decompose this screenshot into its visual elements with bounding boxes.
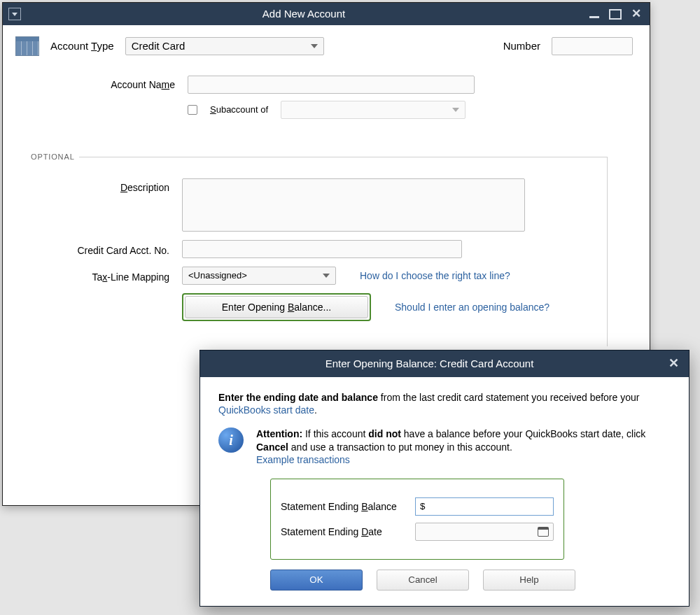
dialog-close-button[interactable]: ✕	[659, 355, 689, 372]
opening-balance-help-link[interactable]: Should I enter an opening balance?	[395, 301, 550, 313]
number-field[interactable]	[552, 37, 633, 55]
account-name-field[interactable]	[188, 76, 475, 94]
account-name-label: Account Name	[42, 78, 175, 91]
account-type-label: Account Type	[50, 39, 114, 53]
info-icon: i	[218, 427, 244, 453]
intro-rest: from the last credit card statement you …	[378, 392, 640, 403]
statement-balance-field[interactable]	[415, 497, 554, 516]
description-field[interactable]	[182, 178, 525, 232]
account-type-combo[interactable]: Credit Card	[125, 37, 324, 55]
example-transactions-link[interactable]: Example transactions	[256, 454, 350, 465]
account-type-value: Credit Card	[132, 39, 186, 53]
account-icon	[15, 36, 39, 56]
description-label: Description	[46, 178, 169, 194]
optional-group: OPTIONAL Description Credit Card Acct. N…	[31, 157, 608, 346]
maximize-button[interactable]	[609, 9, 622, 20]
number-label: Number	[503, 39, 540, 53]
calendar-icon[interactable]	[538, 527, 549, 537]
chevron-down-icon	[323, 274, 330, 278]
dialog-intro: Enter the ending date and balance from t…	[218, 391, 671, 416]
tax-line-help-link[interactable]: How do I choose the right tax line?	[360, 269, 510, 282]
attention-text: Attention: If this account did not have …	[256, 427, 671, 466]
help-button[interactable]: Help	[483, 570, 575, 591]
dialog-titlebar: Enter Opening Balance: Credit Card Accou…	[200, 351, 689, 377]
intro-bold: Enter the ending date and balance	[218, 392, 378, 403]
chevron-down-icon	[311, 44, 318, 48]
enter-opening-balance-button[interactable]: Enter Opening Balance...	[185, 296, 368, 318]
cc-acct-no-field[interactable]	[182, 240, 462, 258]
tax-line-combo[interactable]: <Unassigned>	[182, 267, 336, 285]
subaccount-label: Subaccount of	[210, 104, 268, 116]
opening-balance-dialog: Enter Opening Balance: Credit Card Accou…	[200, 350, 690, 607]
system-menu-icon[interactable]	[8, 8, 21, 20]
tax-line-value: <Unassigned>	[188, 270, 247, 282]
dialog-title: Enter Opening Balance: Credit Card Accou…	[200, 357, 659, 371]
subaccount-checkbox[interactable]	[188, 105, 197, 115]
ok-button[interactable]: OK	[270, 570, 363, 591]
chevron-down-icon	[452, 108, 459, 112]
quickbooks-start-date-link[interactable]: QuickBooks start date	[218, 404, 314, 416]
close-button[interactable]: ✕	[631, 9, 641, 20]
statement-date-label: Statement Ending Date	[281, 525, 405, 538]
cc-acct-no-label: Credit Card Acct. No.	[46, 241, 169, 257]
tax-line-label: Tax-Line Mapping	[46, 268, 169, 283]
intro-end: .	[314, 404, 317, 416]
titlebar: Add New Account ✕	[3, 3, 650, 25]
statement-date-field[interactable]	[415, 523, 554, 541]
subaccount-combo[interactable]	[281, 101, 465, 119]
statement-highlight-box: Statement Ending Balance Statement Endin…	[270, 479, 564, 560]
minimize-button[interactable]	[589, 9, 599, 20]
attention-label: Attention:	[256, 428, 302, 439]
opening-balance-highlight: Enter Opening Balance...	[182, 293, 371, 321]
optional-label: OPTIONAL	[31, 152, 79, 162]
statement-balance-label: Statement Ending Balance	[281, 500, 405, 513]
cancel-button[interactable]: Cancel	[377, 570, 469, 591]
window-title: Add New Account	[27, 7, 581, 21]
